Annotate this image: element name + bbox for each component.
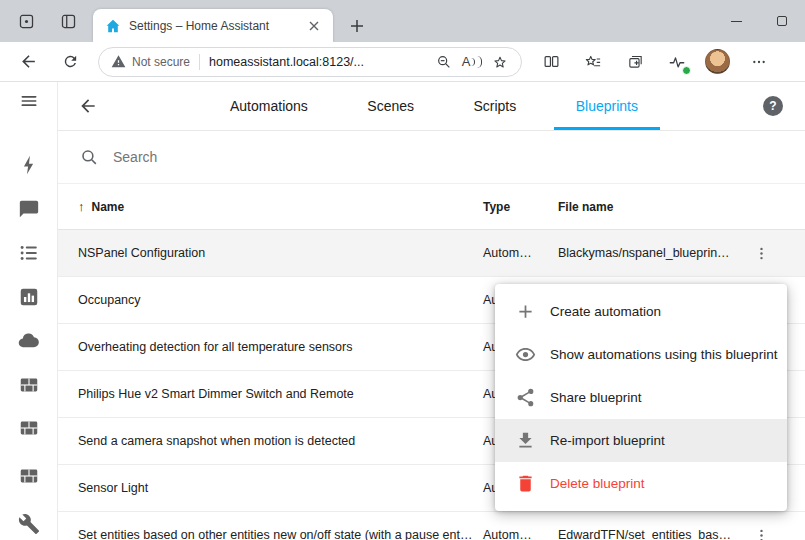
back-arrow-icon: [19, 52, 38, 71]
menu-item-reimport-blueprint[interactable]: Re-import blueprint: [495, 419, 787, 462]
tab-scenes[interactable]: Scenes: [345, 82, 436, 130]
browser-titlebar: Settings – Home Assistant: [0, 0, 805, 42]
ha-back-button[interactable]: [74, 92, 102, 120]
ha-header: Automations Scenes Scripts Blueprints ?: [58, 82, 805, 131]
ellipsis-icon: [751, 54, 767, 70]
menu-item-label: Share blueprint: [550, 390, 642, 405]
refresh-button[interactable]: [56, 48, 84, 76]
new-tab-button[interactable]: [344, 13, 370, 39]
tab-label: Scripts: [473, 98, 516, 114]
read-aloud-icon: A: [462, 54, 471, 69]
sidebar-item-energy[interactable]: [9, 149, 49, 181]
sidebar-item-cloud[interactable]: [9, 325, 49, 357]
tab-label: Scenes: [367, 98, 414, 114]
url-text[interactable]: homeassistant.local:8123/...: [209, 55, 427, 69]
sidebar-item-history[interactable]: [9, 281, 49, 313]
sidebar-item-dashboard-1[interactable]: [9, 369, 49, 401]
column-header-type[interactable]: Type: [483, 200, 558, 214]
tab-close-button[interactable]: [305, 17, 323, 35]
help-button[interactable]: ?: [763, 96, 783, 116]
blueprint-context-menu: Create automation Show automations using…: [495, 284, 787, 511]
hamburger-icon: [19, 91, 39, 111]
table-row[interactable]: NSPanel Configuration Autom… Blackymas/n…: [58, 230, 805, 277]
workspaces-icon: [18, 13, 35, 30]
vertical-tabs-icon: [60, 13, 77, 30]
tab-blueprints[interactable]: Blueprints: [554, 82, 660, 130]
browser-window: Settings – Home Assistant: [0, 0, 805, 540]
row-overflow-button[interactable]: [747, 521, 775, 540]
refresh-icon: [62, 53, 79, 70]
split-screen-icon: [543, 53, 560, 70]
table-row[interactable]: Set entities based on other entities new…: [58, 512, 805, 540]
essentials-green-badge: [682, 66, 691, 75]
collections-button[interactable]: [622, 49, 648, 75]
ha-sidebar: [0, 82, 58, 540]
row-file: EdwardTFN/set_entities_bas…: [558, 528, 741, 540]
zoom-button[interactable]: [433, 51, 455, 73]
browser-tab[interactable]: Settings – Home Assistant: [93, 9, 333, 42]
minimize-button[interactable]: [713, 0, 759, 42]
row-type: Autom…: [483, 246, 558, 260]
sidebar-menu-button[interactable]: [9, 82, 49, 119]
split-screen-button[interactable]: [538, 49, 564, 75]
panel-icon: [18, 465, 40, 487]
table-header: ↑ Name Type File name: [58, 184, 805, 230]
search-placeholder: Search: [113, 149, 157, 165]
sidebar-item-media[interactable]: [9, 193, 49, 225]
security-label[interactable]: Not secure: [132, 55, 190, 69]
list-icon: [18, 242, 40, 264]
plus-icon: [350, 19, 364, 33]
chat-icon: [18, 198, 40, 220]
address-bar[interactable]: Not secure homeassistant.local:8123/... …: [98, 47, 522, 77]
menu-item-share-blueprint[interactable]: Share blueprint: [495, 376, 787, 419]
back-button[interactable]: [14, 48, 42, 76]
read-aloud-button[interactable]: A: [461, 51, 483, 73]
row-overflow-button[interactable]: [747, 239, 775, 267]
lightning-icon: [18, 154, 40, 176]
vertical-tabs-button[interactable]: [56, 9, 80, 33]
row-name: Philips Hue v2 Smart Dimmer Switch and R…: [78, 387, 483, 401]
browser-menu-button[interactable]: [746, 49, 772, 75]
row-name: NSPanel Configuration: [78, 246, 483, 260]
sidebar-item-todo[interactable]: [9, 237, 49, 269]
ha-tab-bar: Automations Scenes Scripts Blueprints: [208, 82, 660, 130]
back-arrow-icon: [78, 96, 98, 116]
row-name: Overheating detection for all temperatur…: [78, 340, 483, 354]
menu-item-label: Show automations using this blueprint: [550, 347, 777, 362]
search-input[interactable]: Search: [58, 131, 805, 184]
column-header-file[interactable]: File name: [558, 200, 741, 214]
cloud-icon: [17, 329, 40, 352]
menu-item-create-automation[interactable]: Create automation: [495, 290, 787, 333]
maximize-button[interactable]: [759, 0, 805, 42]
maximize-icon: [777, 16, 787, 26]
row-name: Set entities based on other entities new…: [78, 528, 483, 540]
tab-label: Automations: [230, 98, 308, 114]
sidebar-item-developer-tools[interactable]: [9, 508, 49, 540]
download-icon: [515, 430, 536, 451]
add-favorite-button[interactable]: [489, 51, 511, 73]
workspaces-button[interactable]: [14, 9, 38, 33]
profile-avatar[interactable]: [705, 49, 730, 74]
browser-toolbar: Not secure homeassistant.local:8123/... …: [0, 42, 805, 82]
column-label: Name: [92, 200, 125, 214]
row-file: Blackymas/nspanel_blueprin…: [558, 246, 741, 260]
tab-scripts[interactable]: Scripts: [451, 82, 538, 130]
favorites-button[interactable]: [580, 49, 606, 75]
menu-item-delete-blueprint[interactable]: Delete blueprint: [495, 462, 787, 505]
tab-automations[interactable]: Automations: [208, 82, 330, 130]
search-icon: [80, 148, 99, 167]
window-controls: [713, 0, 805, 42]
wrench-icon: [18, 513, 40, 535]
home-assistant-favicon: [105, 18, 121, 34]
row-name: Send a camera snapshot when motion is de…: [78, 434, 483, 448]
collections-icon: [627, 53, 644, 70]
sidebar-item-dashboard-3[interactable]: [9, 460, 49, 492]
column-header-name[interactable]: ↑ Name: [78, 199, 483, 214]
sidebar-item-dashboard-2[interactable]: [9, 412, 49, 444]
menu-item-show-automations[interactable]: Show automations using this blueprint: [495, 333, 787, 376]
share-icon: [515, 387, 536, 408]
bar-chart-icon: [18, 286, 40, 308]
browser-essentials-button[interactable]: [664, 49, 690, 75]
help-icon: ?: [769, 99, 776, 113]
panel-icon: [18, 374, 40, 396]
